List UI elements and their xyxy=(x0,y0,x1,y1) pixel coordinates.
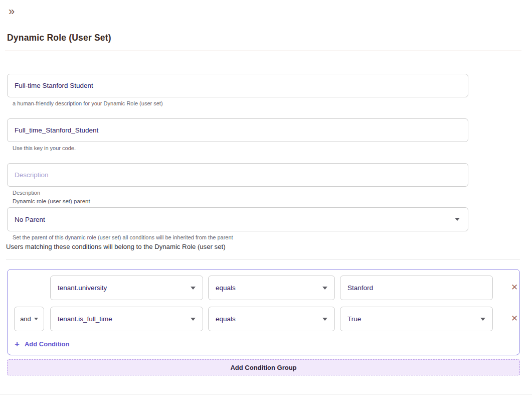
condition-operator-select[interactable]: equals xyxy=(208,276,335,300)
condition-attribute-select[interactable]: tenant.is_full_time xyxy=(50,307,203,331)
condition-attribute-select[interactable]: tenant.university xyxy=(50,276,203,300)
condition-value-select[interactable]: True xyxy=(340,307,493,331)
role-name-input[interactable] xyxy=(7,74,468,97)
condition-group: tenant.university equals ✕ and tenant.is… xyxy=(7,269,520,355)
condition-attribute-value: tenant.university xyxy=(58,284,107,292)
conditions-intro-text: Users matching these conditions will bel… xyxy=(6,243,226,250)
role-key-helper: Use this key in your code. xyxy=(13,145,76,151)
plus-icon: + xyxy=(15,340,20,348)
parent-field-helper: Set the parent of this dynamic role (use… xyxy=(13,234,233,240)
header-divider xyxy=(5,51,521,51)
chevron-down-icon xyxy=(191,318,196,321)
bottom-divider xyxy=(0,394,532,395)
add-condition-group-button[interactable]: Add Condition Group xyxy=(7,359,520,375)
add-condition-label: Add Condition xyxy=(25,340,70,348)
chevron-down-icon xyxy=(455,218,460,221)
add-condition-button[interactable]: + Add Condition xyxy=(15,340,69,348)
chevron-down-icon xyxy=(480,318,485,321)
parent-select[interactable]: No Parent xyxy=(7,207,468,231)
chevron-down-icon xyxy=(34,318,38,320)
chevron-down-icon xyxy=(191,287,196,290)
condition-attribute-value: tenant.is_full_time xyxy=(58,315,112,323)
collapse-panel-icon[interactable]: » xyxy=(9,6,15,18)
dynamic-role-page: » Dynamic Role (User Set) a human-friend… xyxy=(0,0,532,401)
parent-field-label: Dynamic role (user set) parent xyxy=(13,198,90,204)
remove-condition-icon[interactable]: ✕ xyxy=(509,282,520,293)
section-divider xyxy=(6,259,520,260)
condition-operator-value: equals xyxy=(216,315,236,323)
description-input[interactable] xyxy=(7,163,468,187)
condition-operator-value: equals xyxy=(216,284,236,292)
parent-select-value: No Parent xyxy=(15,216,45,223)
page-title: Dynamic Role (User Set) xyxy=(7,33,111,43)
condition-value-input[interactable] xyxy=(340,276,493,300)
condition-operator-select[interactable]: equals xyxy=(208,307,335,331)
logic-operator-select[interactable]: and xyxy=(14,307,44,331)
remove-condition-icon[interactable]: ✕ xyxy=(509,313,520,324)
logic-operator-value: and xyxy=(20,315,31,323)
condition-value: True xyxy=(347,315,361,323)
description-helper: Description xyxy=(13,190,40,196)
chevron-down-icon xyxy=(322,318,327,321)
role-name-helper: a human-friendly description for your Dy… xyxy=(13,100,163,106)
role-key-input[interactable] xyxy=(7,118,468,142)
chevron-down-icon xyxy=(322,287,327,290)
